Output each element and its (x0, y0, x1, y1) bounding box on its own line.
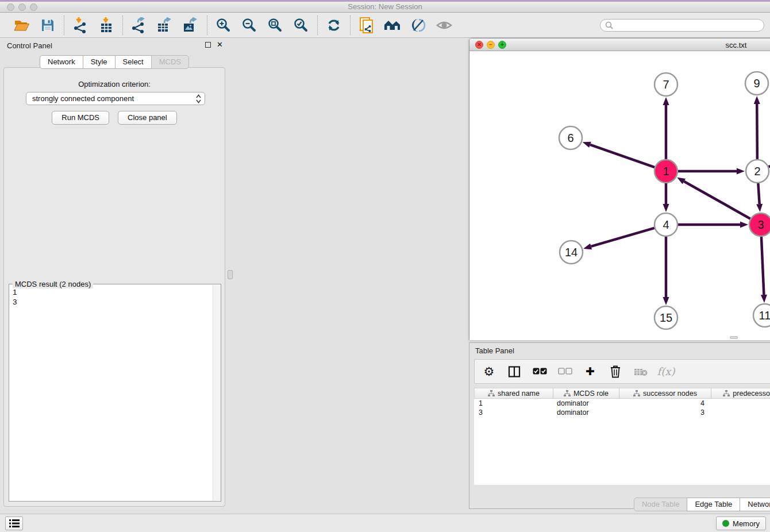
table-panel-title: Table Panel (475, 346, 514, 355)
zoom-out-icon (242, 18, 257, 33)
export-network-button[interactable] (130, 17, 148, 34)
memory-label: Memory (733, 519, 760, 528)
close-panel-button[interactable]: Close panel (118, 111, 177, 125)
tab-mcds[interactable]: MCDS (151, 55, 189, 69)
network-graph[interactable]: 7968124314101511 (469, 51, 770, 340)
apply-layout-button[interactable] (325, 17, 342, 34)
edge-2-3[interactable] (758, 183, 759, 204)
table-row[interactable]: 1 dominator 4 1 1 (474, 399, 770, 408)
cell-predecessor-nodes[interactable]: 1 (711, 399, 770, 407)
select-all-columns-button[interactable] (532, 364, 547, 379)
control-panel: Control Panel ✕ Network Style Select MCD… (0, 38, 229, 514)
network-window: ✕ − + scc.txt 7968124314101511 (469, 38, 770, 340)
canvas-resize-handle[interactable] (730, 336, 738, 339)
cell-successor-nodes[interactable]: 3 (619, 408, 711, 417)
cell-successor-nodes[interactable]: 4 (619, 399, 711, 407)
save-session-button[interactable] (39, 17, 56, 34)
deselect-all-columns-button[interactable] (557, 364, 572, 379)
edge-2-9[interactable] (757, 104, 757, 159)
graph-node-label: 14 (565, 246, 578, 259)
column-label: shared name (498, 390, 540, 398)
close-panel-icon[interactable]: ✕ (217, 42, 223, 48)
open-session-button[interactable] (13, 17, 30, 34)
import-network-icon (73, 17, 88, 33)
network-window-titlebar[interactable]: ✕ − + scc.txt (469, 38, 770, 51)
main-toolbar (0, 13, 770, 38)
hide-selected-button[interactable] (436, 17, 453, 34)
zoom-fit-button[interactable] (267, 17, 284, 34)
table-panel: Table Panel ✕ ⚙ (469, 342, 770, 509)
zoom-in-icon (216, 18, 231, 33)
edge-1-6[interactable] (590, 145, 654, 167)
network-canvas[interactable]: 7968124314101511 (469, 51, 770, 340)
zoom-in-button[interactable] (215, 17, 232, 34)
run-mcds-button[interactable]: Run MCDS (52, 111, 109, 125)
cell-predecessor-nodes[interactable]: 2 (711, 408, 770, 417)
show-columns-button[interactable] (507, 364, 522, 379)
edge-arrowhead (677, 178, 686, 184)
cell-mcds-role[interactable]: dominator (553, 408, 619, 417)
first-neighbors-button[interactable] (384, 17, 401, 34)
table-row[interactable]: 3 dominator 3 2 3 (474, 408, 770, 417)
table-settings-button[interactable]: ⚙ (482, 364, 496, 379)
zoom-fit-icon (268, 18, 283, 33)
mcds-result-box[interactable]: MCDS result (2 nodes) 1 3 (9, 284, 221, 502)
column-header-shared-name[interactable]: shared name (474, 388, 553, 398)
edge-4-14[interactable] (591, 228, 654, 246)
optimization-criterion-select[interactable]: strongly connected component (26, 92, 205, 105)
delete-column-button[interactable] (608, 364, 623, 379)
create-column-button[interactable]: ✚ (583, 364, 598, 379)
result-scrollbar[interactable] (213, 285, 221, 500)
edge-3-11[interactable] (761, 237, 764, 295)
show-style-button[interactable] (410, 17, 427, 34)
graph-node-label: 4 (663, 218, 669, 231)
memory-button[interactable]: Memory (716, 516, 766, 530)
zoom-selected-icon (294, 18, 309, 33)
function-builder-button: f(x) (659, 364, 673, 379)
column-header-predecessor-nodes[interactable]: predecessor nodes (711, 388, 770, 398)
import-table-icon (99, 17, 113, 33)
tab-network-table[interactable]: Network Table (740, 498, 770, 511)
import-network-button[interactable] (72, 17, 89, 34)
search-field (600, 19, 764, 32)
refresh-icon (326, 18, 341, 33)
export-table-button[interactable] (156, 17, 174, 34)
save-icon (41, 18, 55, 32)
tab-edge-table[interactable]: Edge Table (687, 498, 740, 511)
delete-table-icon (634, 367, 648, 376)
open-folder-icon (14, 18, 30, 32)
cell-shared-name[interactable]: 3 (474, 408, 553, 417)
select-stepper-icon (196, 94, 201, 103)
edge-arrowhead (663, 97, 669, 105)
tab-node-table[interactable]: Node Table (634, 498, 688, 511)
column-label: successor nodes (643, 390, 697, 398)
hierarchy-icon (633, 390, 640, 396)
column-label: MCDS role (573, 390, 609, 398)
import-table-button[interactable] (98, 17, 115, 34)
graph-node-label: 7 (663, 78, 669, 91)
column-header-mcds-role[interactable]: MCDS role (553, 388, 619, 398)
export-table-icon (157, 17, 173, 33)
export-image-button[interactable] (182, 17, 199, 34)
graph-node-label: 6 (567, 132, 573, 144)
columns-icon (508, 365, 521, 378)
tab-style[interactable]: Style (83, 55, 116, 69)
panel-splitter-handle[interactable] (228, 270, 233, 279)
column-header-successor-nodes[interactable]: successor nodes (619, 388, 711, 398)
new-network-from-selection-button[interactable] (358, 17, 375, 34)
gear-icon: ⚙ (484, 365, 495, 379)
cell-shared-name[interactable]: 1 (474, 399, 553, 407)
hierarchy-icon (564, 390, 571, 396)
status-bar: Memory (0, 514, 770, 532)
float-panel-icon[interactable] (205, 42, 211, 48)
search-input[interactable] (613, 21, 759, 29)
app-titlebar: Session: New Session (0, 0, 770, 13)
tab-select[interactable]: Select (115, 55, 152, 69)
edge-3-1[interactable] (684, 182, 750, 219)
task-history-button[interactable] (5, 516, 23, 530)
node-table: shared name MCDS role successor nodes pr… (474, 388, 770, 485)
tab-network[interactable]: Network (40, 55, 83, 69)
zoom-out-button[interactable] (241, 17, 258, 34)
zoom-selected-button[interactable] (292, 17, 310, 34)
cell-mcds-role[interactable]: dominator (553, 399, 619, 407)
